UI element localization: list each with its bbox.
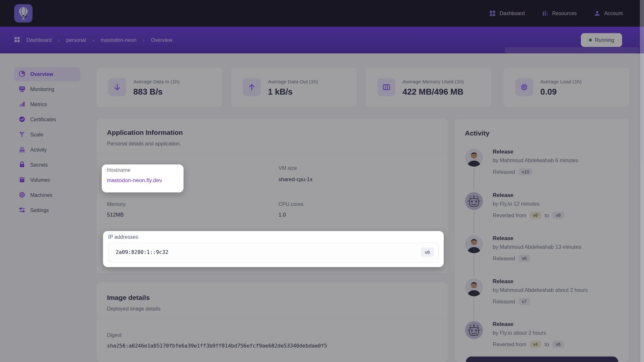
card-title: Image details — [107, 294, 150, 302]
breadcrumb: Dashboard › personal › mastodon-neon › O… — [14, 27, 173, 53]
ip-address-row[interactable]: 2a09:8280:1::9c32 v6 — [108, 243, 439, 263]
stat-card-load: Average Load (1h) 0.09 — [504, 68, 629, 107]
topnav-dashboard[interactable]: Dashboard — [489, 10, 525, 16]
topnav-resources[interactable]: Resources — [542, 10, 577, 16]
scrollbar[interactable] — [640, 0, 644, 362]
breadcrumb-bar: Dashboard › personal › mastodon-neon › O… — [0, 27, 644, 53]
release-title: Release — [493, 235, 513, 242]
view-activity-button[interactable] — [466, 357, 618, 362]
timeline-connector — [474, 255, 474, 277]
action-text: Reverted from — [493, 212, 526, 218]
flyio-logo[interactable] — [14, 4, 33, 23]
sidebar-item-metrics[interactable]: Metrics — [14, 97, 80, 112]
sidebar-item-monitoring[interactable]: Monitoring — [14, 82, 80, 97]
pie-chart-icon — [19, 70, 25, 79]
hostname-label: Hostname — [107, 167, 130, 173]
action-to-text: to — [545, 212, 549, 218]
release-action: Reverted from v4 to v6 — [493, 341, 564, 348]
sidebar-label: Volumes — [30, 177, 50, 183]
topnav-account-label: Account — [604, 11, 623, 16]
card-title: Application Information — [107, 129, 183, 136]
sidebar-label: Metrics — [30, 102, 47, 107]
topnav-menu: Dashboard Resources Account — [489, 0, 623, 27]
release-byline: by Mahmoud Abdelwahab 13 minutes — [493, 244, 581, 250]
stat-label: Average Data Out (1h) — [268, 79, 318, 85]
sidebar-label: Activity — [30, 147, 47, 153]
bar-chart-icon — [542, 10, 548, 16]
release-title: Release — [493, 149, 513, 155]
activity-card: Activity Release by Mahmoud Abdelwahab 6… — [455, 119, 629, 362]
topnav-resources-label: Resources — [552, 11, 577, 16]
chevron-right-icon: › — [92, 37, 94, 43]
arrow-down-icon — [108, 78, 126, 96]
activity-lines-icon — [19, 146, 25, 154]
action-text: Released — [493, 299, 515, 305]
release-byline: by Fly.io 12 minutes — [493, 201, 540, 207]
cpu-icon — [515, 78, 533, 96]
sidebar-label: Machines — [30, 192, 52, 198]
release-title: Release — [493, 321, 513, 328]
stat-value: 0.09 — [540, 87, 557, 97]
stat-value: 883 B/s — [133, 87, 163, 97]
cpu-cores-value: 1.0 — [279, 212, 286, 218]
stat-value: 422 MB/496 MB — [402, 87, 463, 97]
robot-avatar — [465, 321, 483, 339]
ip-addresses-label: IP addresses — [108, 234, 138, 240]
sidebar-item-volumes[interactable]: Volumes — [14, 173, 80, 187]
breadcrumb-app[interactable]: mastodon-neon — [100, 37, 136, 43]
memory-icon — [377, 78, 395, 96]
card-subtitle: Personal details and application. — [107, 141, 181, 147]
sidebar-item-settings[interactable]: Settings — [14, 203, 80, 218]
chevron-right-icon: › — [58, 37, 60, 43]
stat-card-memory: Average Memory Used (1h) 422 MB/496 MB — [366, 68, 491, 107]
action-text: Released — [493, 255, 515, 262]
ip-addresses-spotlight: IP addresses 2a09:8280:1::9c32 v6 — [103, 231, 444, 267]
vm-size-value: shared-cpu-1x — [279, 176, 312, 182]
lock-icon — [19, 161, 25, 169]
sidebar-item-activity[interactable]: Activity — [14, 143, 80, 157]
divider — [97, 154, 448, 154]
digest-label: Digest — [107, 332, 121, 338]
hostname-spotlight: Hostname mastodon-neon.fly.dev — [102, 164, 184, 192]
topnav-account[interactable]: Account — [594, 10, 623, 16]
sidebar-label: Overview — [30, 71, 53, 77]
release-byline: by Fly.io about 2 hours — [493, 330, 546, 336]
version-badge: v10 — [518, 168, 533, 175]
user-avatar — [465, 235, 483, 253]
cpu-cores-label: CPU cores — [279, 201, 303, 207]
status-badge[interactable]: Running — [581, 33, 622, 47]
user-avatar — [465, 278, 483, 296]
robot-avatar — [465, 192, 483, 210]
stat-card-data-in: Average Data In (1h) 883 B/s — [97, 68, 222, 107]
dashboard-grid-icon — [489, 10, 496, 16]
sidebar: Overview Monitoring Metrics Certificates… — [14, 67, 80, 218]
user-avatar — [465, 149, 483, 167]
release-byline: by Mahmoud Abdelwahab 6 minutes — [493, 157, 578, 163]
scrollbar-thumb[interactable] — [641, 55, 644, 161]
action-text: Released — [493, 169, 515, 175]
timeline-connector — [474, 298, 474, 320]
sprout-icon — [19, 131, 25, 139]
breadcrumb-dashboard[interactable]: Dashboard — [26, 37, 52, 43]
status-dot-icon — [589, 39, 592, 42]
grid-icon — [14, 37, 20, 44]
chevron-right-icon: › — [143, 37, 145, 43]
sidebar-item-machines[interactable]: Machines — [14, 188, 80, 202]
vm-size-label: VM size — [279, 165, 297, 171]
hostname-link[interactable]: mastodon-neon.fly.dev — [107, 177, 162, 184]
stat-value: 1 kB/s — [268, 87, 293, 97]
sidebar-item-overview[interactable]: Overview — [14, 67, 80, 81]
sidebar-item-secrets[interactable]: Secrets — [14, 158, 80, 172]
digest-value: sha256:a0246e1a85170fbfe6a39e1ff3b9ff814… — [107, 343, 327, 349]
release-action: Reverted from v6 to v9 — [493, 212, 564, 219]
breadcrumb-personal[interactable]: personal — [66, 37, 86, 43]
sidebar-item-scale[interactable]: Scale — [14, 128, 80, 142]
badge-check-icon — [19, 116, 25, 124]
action-text: Reverted from — [493, 341, 526, 348]
image-details-card: Image details Deployed image details Dig… — [97, 282, 448, 362]
status-label: Running — [595, 37, 614, 43]
breadcrumb-overview[interactable]: Overview — [151, 37, 173, 43]
release-action: Released v8 — [493, 255, 530, 262]
sidebar-item-certificates[interactable]: Certificates — [14, 113, 80, 127]
timeline-connector — [474, 168, 474, 190]
